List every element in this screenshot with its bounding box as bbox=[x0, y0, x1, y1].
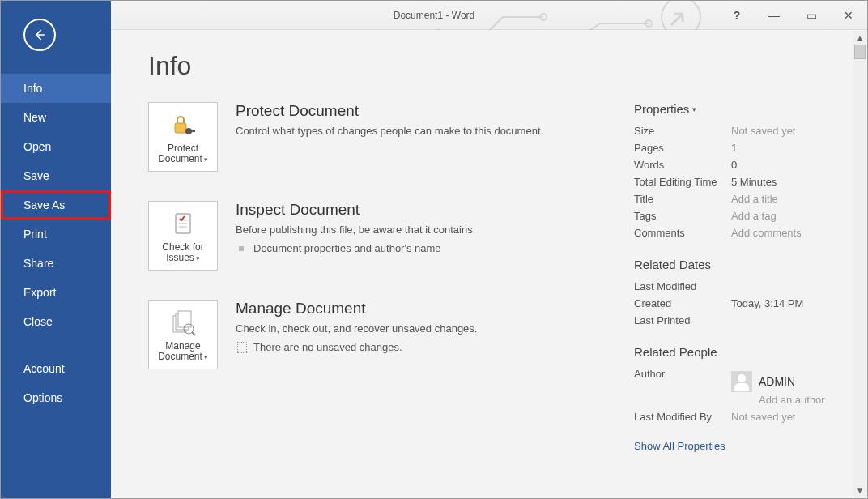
svg-rect-7 bbox=[190, 130, 195, 132]
avatar-icon bbox=[731, 371, 752, 392]
nav-info[interactable]: Info bbox=[1, 74, 111, 103]
properties-column: Properties ▾ Size Not saved yet Pages 1 … bbox=[634, 102, 846, 452]
inspect-heading: Inspect Document bbox=[236, 201, 475, 219]
prop-row-comments[interactable]: Comments Add comments bbox=[634, 224, 846, 241]
nav-save[interactable]: Save bbox=[1, 161, 111, 190]
restore-button[interactable]: ▭ bbox=[793, 4, 830, 27]
svg-rect-11 bbox=[178, 311, 191, 327]
prop-row-last-modified: Last Modified bbox=[634, 278, 846, 295]
scroll-up-arrow-icon[interactable]: ▲ bbox=[853, 31, 867, 45]
nav-account[interactable]: Account bbox=[1, 354, 111, 383]
lock-key-icon bbox=[169, 108, 197, 143]
info-left-column: Protect Document▾ Protect Document Contr… bbox=[148, 102, 602, 452]
dropdown-caret-icon: ▾ bbox=[204, 156, 208, 164]
inspect-item: Document properties and author's name bbox=[237, 241, 475, 256]
manage-heading: Manage Document bbox=[236, 300, 477, 318]
protect-tile-line1: Protect bbox=[168, 143, 198, 154]
author-chip[interactable]: ADMIN bbox=[731, 371, 846, 392]
protect-heading: Protect Document bbox=[236, 102, 543, 120]
page-title: Info bbox=[148, 51, 846, 81]
prop-row-editing: Total Editing Time 5 Minutes bbox=[634, 173, 846, 190]
nav-open[interactable]: Open bbox=[1, 132, 111, 161]
protect-tile-line2: Document bbox=[158, 153, 202, 164]
manage-item: There are no unsaved changes. bbox=[237, 339, 477, 355]
dropdown-caret-icon: ▾ bbox=[204, 353, 208, 361]
prop-row-author: Author ADMIN Add an author bbox=[634, 365, 846, 408]
protect-document-tile[interactable]: Protect Document▾ bbox=[148, 102, 218, 172]
properties-heading: Properties bbox=[634, 102, 689, 116]
dropdown-caret-icon: ▾ bbox=[692, 105, 696, 113]
show-all-properties-link[interactable]: Show All Properties bbox=[634, 440, 846, 452]
inspect-document-block: Check for Issues▾ Inspect Document Befor… bbox=[148, 201, 602, 271]
title-bar: Document1 - Word ? — ▭ ✕ bbox=[1, 1, 867, 30]
add-author-field[interactable]: Add an author bbox=[759, 394, 846, 406]
window-controls: ? — ▭ ✕ bbox=[718, 1, 867, 30]
svg-line-13 bbox=[192, 332, 195, 335]
nav-options[interactable]: Options bbox=[1, 383, 111, 412]
nav-print[interactable]: Print bbox=[1, 220, 111, 249]
checklist-icon bbox=[169, 207, 197, 242]
manage-tile-line1: Manage bbox=[165, 340, 200, 352]
manage-document-tile[interactable]: Manage Document▾ bbox=[148, 300, 218, 369]
inspect-desc: Before publishing this file, be aware th… bbox=[236, 224, 475, 236]
properties-dropdown[interactable]: Properties ▾ bbox=[634, 102, 846, 116]
related-people-heading: Related People bbox=[634, 345, 846, 359]
prop-row-words: Words 0 bbox=[634, 156, 846, 173]
protect-document-block: Protect Document▾ Protect Document Contr… bbox=[148, 102, 602, 172]
documents-stack-icon bbox=[169, 305, 197, 341]
backstage-sidebar: Info New Open Save Save As Print Share E… bbox=[1, 1, 111, 498]
manage-document-block: Manage Document▾ Manage Document Check i… bbox=[148, 300, 602, 369]
protect-desc: Control what types of changes people can… bbox=[236, 125, 543, 137]
manage-desc: Check in, check out, and recover unsaved… bbox=[236, 322, 477, 335]
window-title: Document1 - Word bbox=[394, 10, 474, 21]
backstage-main: Info P bbox=[111, 30, 867, 498]
nav-new[interactable]: New bbox=[1, 103, 111, 132]
nav-share[interactable]: Share bbox=[1, 249, 111, 278]
prop-row-size: Size Not saved yet bbox=[634, 122, 846, 139]
dropdown-caret-icon: ▾ bbox=[196, 254, 200, 262]
check-tile-line1: Check for bbox=[162, 241, 203, 253]
prop-row-created: Created Today, 3:14 PM bbox=[634, 295, 846, 312]
minimize-button[interactable]: — bbox=[755, 4, 793, 27]
prop-row-tags[interactable]: Tags Add a tag bbox=[634, 207, 846, 224]
scroll-thumb[interactable] bbox=[854, 45, 866, 59]
back-button[interactable] bbox=[23, 19, 56, 51]
prop-row-title[interactable]: Title Add a title bbox=[634, 190, 846, 207]
manage-tile-line2: Document bbox=[158, 351, 202, 362]
svg-rect-5 bbox=[175, 123, 186, 133]
prop-row-last-modified-by: Last Modified By Not saved yet bbox=[634, 408, 846, 425]
nav-close[interactable]: Close bbox=[1, 307, 111, 336]
prop-row-last-printed: Last Printed bbox=[634, 312, 846, 329]
nav-save-as[interactable]: Save As bbox=[1, 190, 111, 220]
backstage-nav: Info New Open Save Save As Print Share E… bbox=[1, 74, 111, 412]
author-name: ADMIN bbox=[759, 375, 795, 388]
app-window: Document1 - Word ? — ▭ ✕ Info New Open S… bbox=[0, 0, 868, 499]
nav-export[interactable]: Export bbox=[1, 278, 111, 307]
check-issues-tile[interactable]: Check for Issues▾ bbox=[148, 201, 218, 271]
vertical-scrollbar[interactable]: ▲ ▼ bbox=[853, 31, 866, 497]
back-arrow-icon bbox=[32, 27, 48, 43]
help-button[interactable]: ? bbox=[718, 4, 755, 27]
prop-row-pages: Pages 1 bbox=[634, 139, 846, 156]
related-dates-heading: Related Dates bbox=[634, 258, 846, 271]
check-tile-line2: Issues bbox=[166, 252, 194, 263]
nav-spacer bbox=[1, 336, 111, 354]
scroll-down-arrow-icon[interactable]: ▼ bbox=[853, 484, 867, 497]
close-button[interactable]: ✕ bbox=[830, 4, 867, 27]
